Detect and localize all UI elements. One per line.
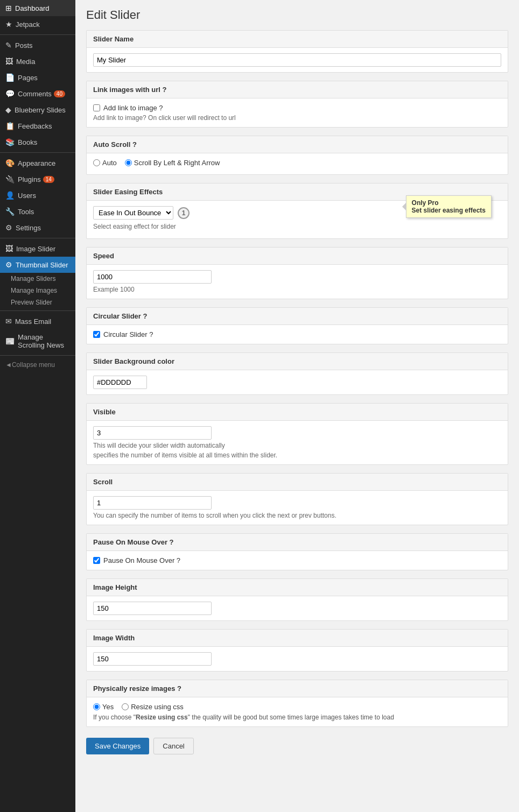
scroll-input[interactable] [93, 496, 212, 510]
img-width-header: Image Width [87, 630, 508, 647]
feedbacks-icon: 📋 [5, 122, 15, 130]
circular-body: Circular Slider ? [87, 325, 508, 344]
sidebar-sub-manage-sliders[interactable]: Manage Sliders [0, 273, 75, 285]
comments-icon: 💬 [5, 89, 15, 98]
circular-checkbox[interactable] [93, 331, 100, 338]
slider-name-header: Slider Name [87, 31, 508, 48]
resize-css-radio[interactable] [122, 703, 129, 710]
sidebar: ⊞ Dashboard ★ Jetpack ✎ Posts 🖼 Media 📄 … [0, 0, 75, 812]
img-height-body [87, 596, 508, 620]
users-icon: 👤 [5, 191, 15, 200]
add-link-checkbox-group: Add link to image ? [93, 104, 501, 112]
media-icon: 🖼 [5, 57, 13, 66]
auto-scroll-body: Auto Scroll By Left & Right Arrow [87, 153, 508, 174]
cancel-button[interactable]: Cancel [153, 738, 193, 754]
sidebar-item-users[interactable]: 👤 Users [0, 187, 75, 203]
visible-help-1: This will decide your slider width autom… [93, 442, 501, 449]
pause-checkbox-label[interactable]: Pause On Mouse Over ? [103, 556, 180, 564]
easing-select[interactable]: Ease In Out Bounce Linear Swing Ease In … [93, 206, 173, 220]
scrolling-news-icon: 📰 [5, 337, 15, 345]
sidebar-item-blueberry-slides[interactable]: ◆ Blueberry Slides [0, 102, 75, 118]
img-width-input[interactable] [93, 652, 212, 666]
auto-scroll-section: Auto Scroll ? Auto Scroll By Left & Righ… [86, 136, 508, 175]
mass-email-icon: ✉ [5, 317, 12, 326]
easing-badge: 1 [178, 207, 190, 219]
visible-section: Visible This will decide your slider wid… [86, 403, 508, 465]
link-images-body: Add link to image ? Add link to image? O… [87, 98, 508, 127]
add-link-label[interactable]: Add link to image ? [103, 104, 163, 112]
auto-scroll-header: Auto Scroll ? [87, 136, 508, 153]
speed-help: Example 1000 [93, 286, 501, 293]
auto-radio-label[interactable]: Auto [93, 159, 117, 167]
sidebar-item-feedbacks[interactable]: 📋 Feedbacks [0, 118, 75, 134]
resize-strong: Resize using css [136, 714, 188, 721]
circular-checkbox-label[interactable]: Circular Slider ? [103, 330, 153, 338]
visible-help-2: specifies the number of items visible at… [93, 451, 501, 459]
easing-body: Only Pro Set slider easing effects Ease … [87, 201, 508, 238]
resize-header: Physically resize images ? [87, 680, 508, 697]
image-slider-icon: 🖼 [5, 244, 13, 253]
save-button[interactable]: Save Changes [86, 738, 149, 754]
sidebar-item-tools[interactable]: 🔧 Tools [0, 203, 75, 220]
sidebar-item-settings[interactable]: ⚙ Settings [0, 220, 75, 236]
comments-badge: 40 [54, 90, 65, 97]
sidebar-item-jetpack[interactable]: ★ Jetpack [0, 16, 75, 32]
scroll-arrows-radio-label[interactable]: Scroll By Left & Right Arrow [125, 159, 220, 167]
img-height-input[interactable] [93, 602, 212, 615]
sidebar-item-pages[interactable]: 📄 Pages [0, 69, 75, 86]
sidebar-item-appearance[interactable]: 🎨 Appearance [0, 155, 75, 171]
add-link-help: Add link to image? On click user will re… [93, 114, 501, 122]
speed-section: Speed Example 1000 [86, 247, 508, 299]
circular-section: Circular Slider ? Circular Slider ? [86, 307, 508, 344]
slider-name-input[interactable] [93, 53, 501, 67]
resize-radio-group: Yes Resize using css [93, 703, 501, 711]
auto-scroll-radio-group: Auto Scroll By Left & Right Arrow [93, 159, 501, 167]
sidebar-item-mass-email[interactable]: ✉ Mass Email [0, 313, 75, 329]
pause-checkbox[interactable] [93, 557, 100, 564]
visible-input[interactable] [93, 426, 212, 440]
sidebar-item-dashboard[interactable]: ⊞ Dashboard [0, 0, 75, 16]
sidebar-item-books[interactable]: 📚 Books [0, 134, 75, 150]
speed-header: Speed [87, 248, 508, 265]
link-images-section: Link images with url ? Add link to image… [86, 81, 508, 128]
yes-radio[interactable] [93, 703, 100, 710]
thumbnail-slider-icon: ⚙ [5, 260, 12, 269]
pause-body: Pause On Mouse Over ? [87, 551, 508, 570]
sidebar-item-plugins[interactable]: 🔌 Plugins 14 [0, 171, 75, 187]
dashboard-icon: ⊞ [5, 4, 12, 12]
add-link-checkbox[interactable] [93, 104, 100, 111]
bg-color-body [87, 370, 508, 394]
resize-css-radio-label[interactable]: Resize using css [122, 703, 184, 711]
sidebar-item-media[interactable]: 🖼 Media [0, 53, 75, 69]
speed-input[interactable] [93, 270, 212, 284]
scroll-section: Scroll You can specify the number of ite… [86, 473, 508, 525]
collapse-menu[interactable]: ◄ Collapse menu [0, 358, 75, 372]
sidebar-item-image-slider[interactable]: 🖼 Image Slider [0, 241, 75, 257]
sidebar-sub-manage-images[interactable]: Manage Images [0, 285, 75, 296]
pages-icon: 📄 [5, 73, 15, 82]
sidebar-item-thumbnail-slider[interactable]: ⚙ Thumbnail Slider [0, 257, 75, 273]
auto-radio[interactable] [93, 159, 100, 166]
circular-checkbox-group: Circular Slider ? [93, 330, 501, 338]
pro-tooltip-line2: Set slider easing effects [412, 207, 486, 214]
appearance-icon: 🎨 [5, 159, 15, 167]
scroll-body: You can specify the number of items to s… [87, 491, 508, 525]
sidebar-item-comments[interactable]: 💬 Comments 40 [0, 86, 75, 102]
scroll-header: Scroll [87, 474, 508, 491]
scroll-arrows-radio[interactable] [125, 159, 132, 166]
blueberry-icon: ◆ [5, 105, 11, 114]
resize-section: Physically resize images ? Yes Resize us… [86, 680, 508, 727]
books-icon: 📚 [5, 138, 15, 146]
bg-color-input[interactable] [93, 376, 147, 389]
sidebar-item-posts[interactable]: ✎ Posts [0, 37, 75, 53]
easing-section: Slider Easing Effects Only Pro Set slide… [86, 183, 508, 239]
pro-tooltip: Only Pro Set slider easing effects [406, 195, 492, 218]
resize-body: Yes Resize using css If you choose "Resi… [87, 697, 508, 726]
sidebar-sub-preview-slider[interactable]: Preview Slider [0, 296, 75, 308]
sidebar-item-manage-scrolling-news[interactable]: 📰 Manage Scrolling News [0, 329, 75, 353]
img-height-section: Image Height [86, 578, 508, 621]
pro-tooltip-line1: Only Pro [412, 199, 486, 207]
slider-name-body [87, 48, 508, 72]
yes-radio-label[interactable]: Yes [93, 703, 114, 711]
easing-help: Select easing effect for slider [93, 223, 501, 230]
